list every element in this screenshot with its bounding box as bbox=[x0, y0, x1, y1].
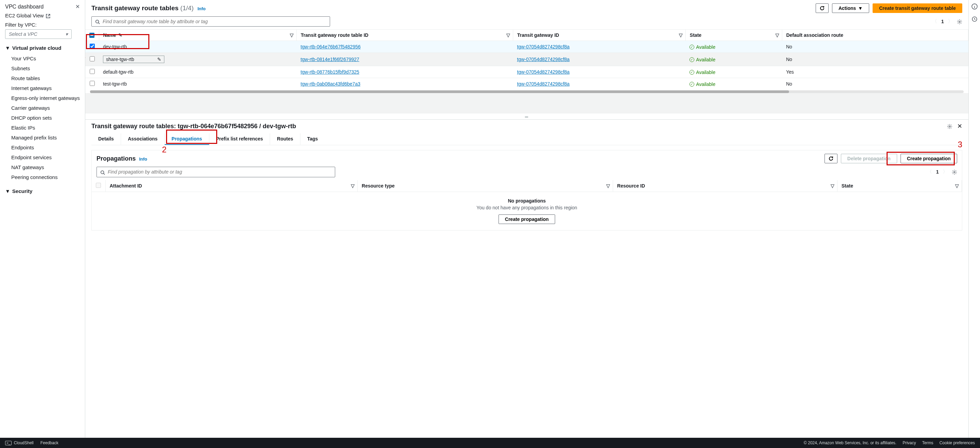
pager-page: 1 bbox=[936, 169, 939, 175]
sidebar-item-endpoints[interactable]: Endpoints bbox=[5, 143, 85, 153]
row-checkbox[interactable] bbox=[90, 69, 95, 74]
drag-handle-icon[interactable]: ═ bbox=[85, 114, 969, 119]
tgw-link[interactable]: tgw-07054d8274298cf8a bbox=[517, 69, 570, 75]
caret-down-icon: ▼ bbox=[5, 188, 10, 194]
table-row[interactable]: share-tgw-rtb✎ tgw-rtb-0814e1f66f2679927… bbox=[85, 53, 969, 66]
col-attachment-id[interactable]: Attachment ID▽ bbox=[105, 180, 357, 192]
row-checkbox[interactable] bbox=[90, 44, 95, 49]
horizontal-scrollbar[interactable] bbox=[90, 91, 964, 93]
gear-icon[interactable] bbox=[947, 124, 952, 129]
col-tgw-id[interactable]: Transit gateway ID▽ bbox=[513, 30, 686, 41]
refresh-button[interactable] bbox=[824, 154, 837, 163]
tab-propagations[interactable]: Propagations bbox=[165, 133, 209, 145]
sidebar-item-prefix-lists[interactable]: Managed prefix lists bbox=[5, 133, 85, 143]
tab-routes[interactable]: Routes bbox=[270, 133, 300, 145]
sidebar-item-dhcp-options[interactable]: DHCP option sets bbox=[5, 113, 85, 123]
sidebar-item-egress-gateways[interactable]: Egress-only internet gateways bbox=[5, 93, 85, 103]
tgw-link[interactable]: tgw-07054d8274298cf8a bbox=[517, 81, 570, 87]
tgw-link[interactable]: tgw-07054d8274298cf8a bbox=[517, 44, 570, 49]
table-row[interactable]: default-tgw-rtb tgw-rtb-08776b15fbf9d732… bbox=[85, 66, 969, 78]
sidebar-item-your-vpcs[interactable]: Your VPCs bbox=[5, 54, 85, 64]
row-default: No bbox=[782, 41, 968, 53]
rtb-link[interactable]: tgw-rtb-08776b15fbf9d7325 bbox=[301, 69, 360, 75]
ec2-global-view-link[interactable]: EC2 Global View bbox=[5, 13, 85, 18]
sidebar-item-endpoint-services[interactable]: Endpoint services bbox=[5, 153, 85, 162]
tgw-link[interactable]: tgw-07054d8274298cf8a bbox=[517, 57, 570, 62]
tab-prefix-list[interactable]: Prefix list references bbox=[209, 133, 270, 145]
close-icon[interactable]: ✕ bbox=[957, 122, 962, 130]
gear-icon[interactable] bbox=[957, 18, 962, 24]
privacy-link[interactable]: Privacy bbox=[903, 440, 916, 445]
col-resource-id[interactable]: Resource ID▽ bbox=[613, 180, 837, 192]
search-input-wrapper[interactable] bbox=[91, 16, 330, 27]
close-sidebar-button[interactable]: ✕ bbox=[75, 3, 80, 10]
nav-section-security[interactable]: ▼ Security bbox=[5, 188, 85, 194]
table-row[interactable]: test-tgw-rtb tgw-rtb-0ab08ac43fd6be7a3 t… bbox=[85, 78, 969, 90]
pager-next[interactable]: 〉 bbox=[943, 169, 948, 175]
col-name[interactable]: Name✎▽ bbox=[99, 30, 297, 41]
row-checkbox[interactable] bbox=[90, 81, 95, 86]
right-strip bbox=[969, 0, 980, 438]
cookie-link[interactable]: Cookie preferences bbox=[939, 440, 975, 445]
table-row[interactable]: dev-tgw-rtb tgw-rtb-064e76b67f5482956 tg… bbox=[85, 41, 969, 53]
sidebar-item-peering[interactable]: Peering connections bbox=[5, 172, 85, 182]
col-default[interactable]: Default association route bbox=[782, 30, 968, 41]
rtb-link[interactable]: tgw-rtb-0ab08ac43fd6be7a3 bbox=[301, 81, 360, 87]
detail-pane: Transit gateway route tables: tgw-rtb-06… bbox=[85, 119, 969, 438]
actions-button[interactable]: Actions ▼ bbox=[832, 3, 869, 13]
terms-link[interactable]: Terms bbox=[922, 440, 933, 445]
svg-point-2 bbox=[949, 126, 950, 127]
select-all-checkbox[interactable] bbox=[89, 33, 94, 38]
select-all-checkbox bbox=[96, 183, 101, 188]
nav-section-label: Security bbox=[12, 188, 32, 194]
sort-icon: ▽ bbox=[955, 183, 959, 189]
col-rtb-id[interactable]: Transit gateway route table ID▽ bbox=[297, 30, 513, 41]
pager-prev[interactable]: 〈 bbox=[932, 18, 937, 25]
col-resource-type[interactable]: Resource type▽ bbox=[357, 180, 613, 192]
sidebar-item-carrier-gateways[interactable]: Carrier gateways bbox=[5, 103, 85, 113]
sort-icon: ▽ bbox=[351, 183, 355, 189]
detail-title: Transit gateway route tables: tgw-rtb-06… bbox=[91, 123, 296, 130]
pager-prev[interactable]: 〈 bbox=[927, 169, 932, 175]
status-badge: ✓Available bbox=[689, 57, 715, 62]
vpc-select[interactable]: Select a VPC ▾ bbox=[5, 29, 72, 39]
gear-icon[interactable] bbox=[952, 169, 957, 175]
copyright-text: © 2024, Amazon Web Services, Inc. or its… bbox=[804, 440, 896, 445]
info-link[interactable]: Info bbox=[139, 156, 147, 162]
propagation-search-wrapper[interactable] bbox=[97, 167, 335, 177]
search-input[interactable] bbox=[103, 19, 326, 24]
pager-page: 1 bbox=[941, 19, 944, 24]
name-edit-input[interactable]: share-tgw-rtb✎ bbox=[103, 56, 164, 63]
caret-down-icon: ▼ bbox=[858, 5, 863, 11]
row-name: default-tgw-rtb bbox=[103, 69, 133, 75]
propagation-search-input[interactable] bbox=[108, 169, 331, 175]
row-default: Yes bbox=[782, 66, 968, 78]
tab-tags[interactable]: Tags bbox=[301, 133, 325, 145]
sidebar-item-subnets[interactable]: Subnets bbox=[5, 64, 85, 73]
create-route-table-button[interactable]: Create transit gateway route table bbox=[873, 3, 962, 13]
row-checkbox[interactable] bbox=[90, 56, 95, 61]
sidebar-item-nat-gateways[interactable]: NAT gateways bbox=[5, 162, 85, 172]
tab-associations[interactable]: Associations bbox=[121, 133, 165, 145]
info-link[interactable]: Info bbox=[197, 6, 205, 11]
pager-next[interactable]: 〉 bbox=[948, 18, 953, 25]
nav-section-vpc[interactable]: ▼ Virtual private cloud bbox=[5, 45, 85, 51]
feedback-link[interactable]: Feedback bbox=[40, 440, 58, 445]
col-state[interactable]: State▽ bbox=[686, 30, 782, 41]
refresh-icon[interactable] bbox=[972, 16, 978, 22]
tab-details[interactable]: Details bbox=[91, 133, 121, 145]
cloudshell-button[interactable]: >_ CloudShell bbox=[5, 440, 33, 445]
col-state[interactable]: State▽ bbox=[837, 180, 962, 192]
create-propagation-button[interactable]: Create propagation bbox=[900, 154, 957, 163]
caret-down-icon: ▼ bbox=[5, 45, 10, 51]
sidebar-item-internet-gateways[interactable]: Internet gateways bbox=[5, 83, 85, 93]
info-icon[interactable] bbox=[972, 3, 978, 10]
refresh-button[interactable] bbox=[816, 3, 829, 13]
create-propagation-empty-button[interactable]: Create propagation bbox=[498, 214, 555, 224]
empty-state: No propagations You do not have any prop… bbox=[92, 192, 962, 230]
sidebar-item-elastic-ips[interactable]: Elastic IPs bbox=[5, 123, 85, 133]
rtb-link[interactable]: tgw-rtb-064e76b67f5482956 bbox=[301, 44, 361, 49]
sidebar-item-route-tables[interactable]: Route tables bbox=[5, 73, 85, 83]
rtb-link[interactable]: tgw-rtb-0814e1f66f2679927 bbox=[301, 57, 360, 62]
sort-icon: ▽ bbox=[506, 32, 510, 38]
